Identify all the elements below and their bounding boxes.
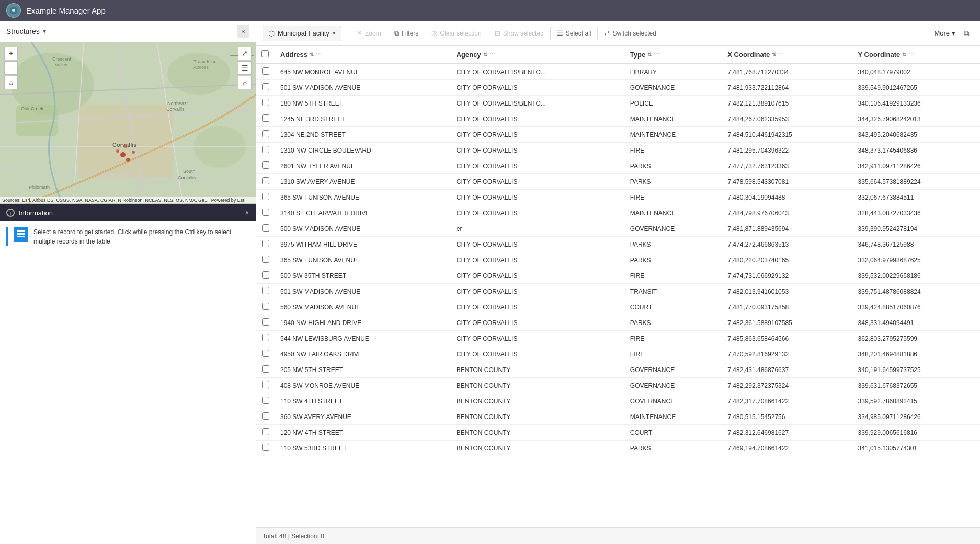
row-checkbox[interactable] [262,114,269,122]
toolbar-divider-2 [388,27,388,40]
table-row: 110 SW 4TH STREETBENTON COUNTYGOVERNANCE… [256,393,980,409]
row-checkbox[interactable] [262,177,269,184]
select-all-checkbox[interactable] [261,50,269,57]
y-coord-column-more-icon[interactable]: ⋯ [908,51,914,58]
y-coord-cell: 346,748.367125988 [853,237,980,252]
address-cell: 544 NW LEWISBURG AVENUE [275,331,451,346]
y-coord-cell: 339,424.88517060876 [853,299,980,315]
row-checkbox[interactable] [262,334,269,341]
row-checkbox[interactable] [262,428,269,435]
y-coord-cell: 339,390.9524278194 [853,221,980,237]
svg-rect-36 [17,236,25,237]
agency-cell: CITY OF CORVALLIS [451,158,625,174]
row-checkbox[interactable] [262,83,269,90]
zoom-button[interactable]: ✕ Zoom [352,27,385,40]
expand-map-button[interactable]: ⤢ [238,47,252,60]
address-cell: 110 SW 53RD STREET [275,441,451,456]
row-checkbox[interactable] [262,240,269,247]
row-checkbox-cell [256,315,275,331]
switch-selected-button[interactable]: ⇄ Switch selected [600,27,660,40]
table-header: Address ⇅ ⋯ Agency ⇅ ⋯ [256,46,980,64]
row-checkbox[interactable] [262,350,269,357]
row-checkbox[interactable] [262,318,269,326]
layer-selector[interactable]: ⬡ Municipal Facility ▾ [263,26,341,41]
row-checkbox[interactable] [262,287,269,294]
table-row: 1940 NW HIGHLAND DRIVECITY OF CORVALLISP… [256,315,980,331]
svg-text:Philomath: Philomath [29,184,50,190]
y-coord-cell: 335,664.57381889224 [853,174,980,190]
address-cell: 4950 NW FAIR OAKS DRIVE [275,346,451,362]
table-row: 1245 NE 3RD STREETCITY OF CORVALLISMAINT… [256,111,980,127]
row-checkbox[interactable] [262,397,269,404]
address-cell: 1310 NW CIRCLE BOULEVARD [275,143,451,158]
row-checkbox-cell [256,111,275,127]
table-container[interactable]: Address ⇅ ⋯ Agency ⇅ ⋯ [256,46,980,527]
agency-cell: CITY OF CORVALLIS [451,284,625,299]
row-checkbox[interactable] [262,193,269,200]
type-column-more-icon[interactable]: ⋯ [654,51,659,58]
address-column-more-icon[interactable]: ⋯ [316,51,322,58]
collapse-panel-button[interactable]: « [237,25,249,38]
show-selected-button[interactable]: ⊡ Show selected [491,27,548,40]
clear-selection-button[interactable]: ◎ Clear selection [427,27,485,40]
toolbar-divider-5 [550,27,551,40]
agency-cell: er [451,221,625,237]
y-coord-cell: 339,592.7860892415 [853,393,980,409]
type-cell: GOVERNANCE [625,221,722,237]
more-button[interactable]: More ▾ [930,27,960,40]
y-coord-cell: 339,751.48786088824 [853,284,980,299]
row-checkbox[interactable] [262,130,269,137]
row-checkbox[interactable] [262,161,269,169]
x-coord-column-more-icon[interactable]: ⋯ [778,51,784,58]
zoom-in-button[interactable]: + [4,47,18,60]
row-checkbox[interactable] [262,67,269,75]
row-checkbox[interactable] [262,256,269,263]
svg-text:Crescent: Crescent [52,56,72,62]
list-view-button[interactable]: ☰ [238,61,252,75]
address-cell: 1304 NE 2ND STREET [275,127,451,143]
agency-cell: CITY OF CORVALLIS [451,190,625,205]
map-controls-right: ⤢ ☰ ⌕ [238,47,252,89]
home-button[interactable]: ⌂ [4,76,18,89]
x-coord-cell: 7,480,220.203740165 [722,252,852,268]
row-checkbox[interactable] [262,99,269,106]
row-checkbox[interactable] [262,224,269,232]
row-checkbox-cell [256,252,275,268]
type-cell: TRANSIT [625,284,722,299]
row-checkbox[interactable] [262,271,269,279]
map-controls-left: + − ⌂ [4,47,18,89]
checkbox-column-header [256,46,275,64]
row-checkbox[interactable] [262,412,269,420]
external-link-button[interactable]: ⧉ [960,26,974,41]
external-link-icon: ⧉ [964,29,970,38]
x-coord-cell: 7,481,770.093175858 [722,299,852,315]
row-checkbox[interactable] [262,365,269,373]
filters-button[interactable]: ⧉ Filters [390,27,423,40]
x-coord-cell: 7,481,871.889435694 [722,221,852,237]
row-checkbox[interactable] [262,209,269,216]
info-content: Select a record to get started. Click wh… [0,221,256,252]
row-checkbox-cell [256,393,275,409]
table-row: 180 NW 5TH STREETCITY OF CORVALLIS/BENTO… [256,96,980,111]
zoom-out-button[interactable]: − [4,61,18,75]
agency-cell: CITY OF CORVALLIS [451,205,625,221]
agency-column-more-icon[interactable]: ⋯ [489,51,495,58]
table-row: 2601 NW TYLER AVENUECITY OF CORVALLISPAR… [256,158,980,174]
more-chevron-icon: ▾ [952,29,955,37]
row-checkbox[interactable] [262,444,269,451]
info-panel-header: i Information ∧ [0,204,256,221]
type-cell: FIRE [625,331,722,346]
select-all-button[interactable]: ☰ Select all [553,27,596,40]
row-checkbox-cell [256,441,275,456]
search-map-button[interactable]: ⌕ [238,76,252,89]
x-coord-cell: 7,482,121.389107615 [722,96,852,111]
row-checkbox[interactable] [262,146,269,153]
row-checkbox[interactable] [262,303,269,310]
y-coord-cell: 341,015.1305774301 [853,441,980,456]
show-selected-icon: ⊡ [495,29,500,37]
agency-sort-icon: ⇅ [483,52,487,57]
type-cell: MAINTENANCE [625,205,722,221]
row-checkbox-cell [256,64,275,80]
row-checkbox[interactable] [262,381,269,388]
type-cell: GOVERNANCE [625,80,722,96]
